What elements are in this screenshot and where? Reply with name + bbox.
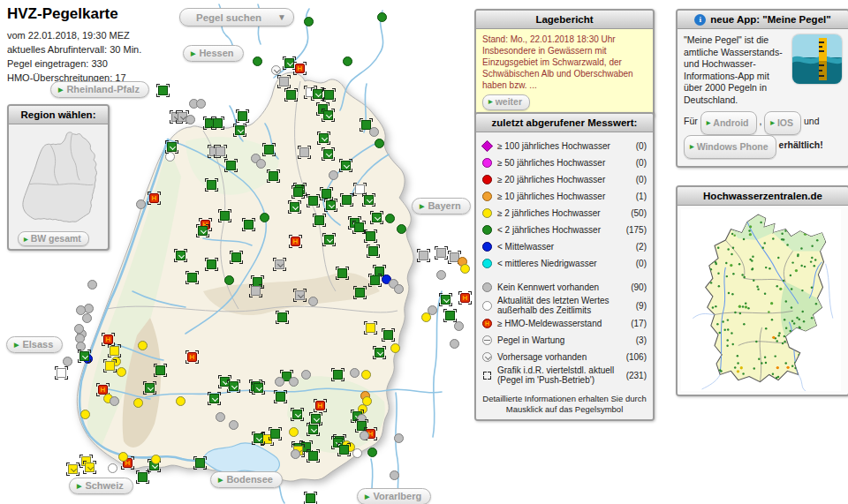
pegel-marker-green-square-forecast[interactable] xyxy=(323,149,333,159)
pegel-marker-green-circle[interactable] xyxy=(367,448,377,457)
pegel-marker-green-square-forecast[interactable] xyxy=(319,133,329,143)
pegel-marker-green-square[interactable] xyxy=(155,365,165,375)
pegel-marker-gray-circle[interactable] xyxy=(390,470,399,480)
pegel-marker-gray-square[interactable] xyxy=(436,248,446,258)
pegel-marker-green-square[interactable] xyxy=(207,260,216,269)
pegel-marker-green-square[interactable] xyxy=(314,215,324,225)
pegel-marker-yellow-square-forecast[interactable] xyxy=(85,463,95,472)
pegel-marker-gray-circle[interactable] xyxy=(394,284,404,294)
pegel-marker-green-square[interactable] xyxy=(445,311,455,320)
pegel-marker-green-square[interactable] xyxy=(158,86,168,95)
pegel-marker-gray-square[interactable] xyxy=(251,286,261,296)
pegel-marker-green-square-forecast[interactable] xyxy=(292,410,302,419)
germany-map[interactable] xyxy=(681,209,841,391)
pegel-marker-green-square[interactable] xyxy=(354,222,364,232)
pegel-marker-green-square[interactable] xyxy=(383,330,393,340)
pegel-marker-green-square[interactable] xyxy=(276,392,285,402)
pegel-marker-white-circle[interactable] xyxy=(108,463,117,473)
pegel-marker-gray-circle[interactable] xyxy=(291,449,300,459)
pegel-marker-hmo-alert[interactable]: H xyxy=(187,352,197,362)
pegel-marker-green-square-forecast[interactable] xyxy=(308,425,318,434)
pegel-marker-green-square-forecast[interactable] xyxy=(198,226,208,236)
pegel-marker-green-circle[interactable] xyxy=(377,12,387,22)
pegel-marker-gray-circle[interactable] xyxy=(394,433,404,443)
pegel-marker-green-square[interactable] xyxy=(333,370,343,380)
pegel-marker-gray-circle[interactable] xyxy=(289,377,299,387)
pegel-marker-yellow-circle[interactable] xyxy=(421,312,431,322)
pegel-marker-green-square[interactable] xyxy=(308,196,318,206)
android-button[interactable]: ▶Android xyxy=(700,111,757,135)
region-button-hessen[interactable]: ▶ Hessen xyxy=(183,45,244,62)
pegel-marker-green-circle[interactable] xyxy=(224,275,234,285)
pegel-marker-green-square-forecast[interactable] xyxy=(176,251,186,260)
pegel-marker-gray-circle[interactable] xyxy=(369,127,379,137)
region-button-bw-gesamt[interactable]: ▶ BW gesamt xyxy=(18,231,89,246)
pegel-marker-gray-circle[interactable] xyxy=(436,270,446,280)
pegel-marker-hmo-alert[interactable]: H xyxy=(295,64,305,73)
pegel-marker-yellow-circle[interactable] xyxy=(151,455,161,464)
pegel-marker-gray-circle[interactable] xyxy=(74,324,84,334)
pegel-marker-green-square[interactable] xyxy=(293,187,303,197)
pegel-marker-green-square[interactable] xyxy=(306,493,315,503)
pegel-marker-gray-square[interactable] xyxy=(299,147,309,157)
pegel-marker-green-square[interactable] xyxy=(370,275,380,285)
pegel-marker-green-square-forecast[interactable] xyxy=(323,110,333,120)
pegel-marker-green-square[interactable] xyxy=(138,472,148,482)
pegel-marker-green-square-forecast[interactable] xyxy=(229,381,238,391)
pegel-marker-green-square-forecast[interactable] xyxy=(341,161,351,170)
pegel-marker-green-square-forecast[interactable] xyxy=(290,202,299,212)
pegel-marker-gray-square[interactable] xyxy=(279,77,289,87)
pegel-marker-gray-circle[interactable] xyxy=(450,339,459,349)
pegel-marker-gray-circle[interactable] xyxy=(329,170,338,180)
pegel-marker-yellow-circle[interactable] xyxy=(133,398,143,408)
pegel-marker-green-square[interactable] xyxy=(231,252,241,262)
pegel-marker-yellow-circle[interactable] xyxy=(460,264,470,274)
pegel-marker-gray-circle[interactable] xyxy=(216,412,225,422)
pegel-marker-green-square[interactable] xyxy=(213,118,223,128)
region-button-schweiz[interactable]: ▶ Schweiz xyxy=(69,478,133,494)
pegel-marker-green-square[interactable] xyxy=(342,195,352,205)
pegel-marker-gray-circle[interactable] xyxy=(360,431,369,440)
pegel-marker-green-square[interactable] xyxy=(244,220,254,229)
pegel-marker-green-square-forecast[interactable] xyxy=(209,394,219,403)
pegel-marker-green-square[interactable] xyxy=(207,180,216,190)
pegel-marker-green-circle[interactable] xyxy=(260,213,269,222)
pegel-marker-green-square-forecast[interactable] xyxy=(145,383,155,393)
pegel-marker-hmo-alert[interactable]: H xyxy=(149,193,159,203)
pegel-marker-green-square[interactable] xyxy=(220,211,230,221)
pegel-marker-green-square-forecast[interactable] xyxy=(364,195,374,205)
pegel-marker-green-square[interactable] xyxy=(277,312,287,322)
pegel-marker-green-square-forecast[interactable] xyxy=(375,348,384,357)
pegel-marker-gray-circle[interactable] xyxy=(256,159,266,169)
pegel-marker-gray-circle[interactable] xyxy=(301,370,311,380)
pegel-marker-white-circle[interactable] xyxy=(352,448,362,458)
pegel-marker-green-circle[interactable] xyxy=(304,17,314,26)
pegel-marker-green-square[interactable] xyxy=(187,273,197,282)
pegel-marker-green-square[interactable] xyxy=(195,458,205,468)
pegel-marker-green-square[interactable] xyxy=(269,171,278,181)
pegel-marker-yellow-circle[interactable] xyxy=(289,427,299,437)
pegel-marker-yellow-circle[interactable] xyxy=(138,341,148,350)
pegel-marker-gray-circle[interactable] xyxy=(454,321,464,331)
pegel-marker-yellow-circle[interactable] xyxy=(118,452,128,462)
pegel-marker-green-square[interactable] xyxy=(368,246,378,256)
pegel-marker-yellow-square[interactable] xyxy=(110,346,119,356)
pegel-marker-hmo-alert[interactable]: H xyxy=(315,401,325,410)
pegel-marker-gray-square[interactable] xyxy=(419,251,428,260)
windows-phone-button[interactable]: ▶Windows Phone xyxy=(684,135,776,159)
ios-button[interactable]: ▶IOS xyxy=(764,111,801,135)
pegel-marker-gray-square-forecast[interactable] xyxy=(295,290,305,300)
pegel-marker-green-square-forecast[interactable] xyxy=(441,295,450,305)
region-button-rheinland-pfalz[interactable]: ▶ Rheinland-Pfalz xyxy=(50,81,149,98)
pegel-marker-yellow-circle[interactable] xyxy=(80,410,90,419)
pegel-marker-green-square[interactable] xyxy=(308,451,318,461)
pegel-marker-hmo-alert[interactable]: H xyxy=(460,293,470,303)
pegel-marker-green-square[interactable] xyxy=(366,231,375,241)
pegel-marker-green-square[interactable] xyxy=(324,90,334,100)
pegel-marker-green-circle[interactable] xyxy=(385,214,395,223)
pegel-marker-green-square[interactable] xyxy=(337,268,347,278)
region-button-bodensee[interactable]: ▶ Bodensee xyxy=(210,471,283,488)
region-button-vorarlberg[interactable]: ▶ Vorarlberg xyxy=(357,488,431,504)
pegel-marker-white-circle-forecast[interactable] xyxy=(271,65,281,75)
pegel-marker-green-square[interactable] xyxy=(355,288,365,297)
